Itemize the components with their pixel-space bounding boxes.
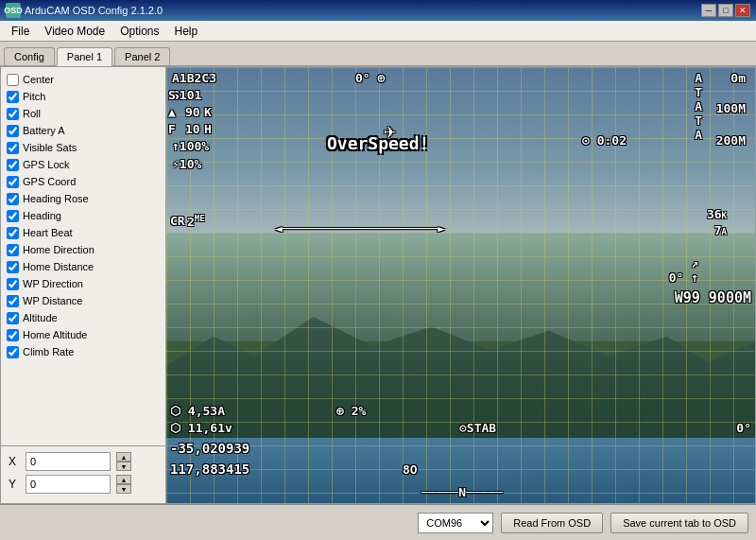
checkbox-label-heading-rose: Heading Rose	[23, 193, 89, 204]
checkbox-home-altitude[interactable]	[7, 329, 19, 341]
tab-panel2[interactable]: Panel 2	[114, 47, 170, 65]
osd-f-label: F	[168, 122, 176, 136]
y-label: Y	[9, 478, 20, 491]
osd-overspeed: OverSpeed!	[327, 133, 429, 153]
tab-config[interactable]: Config	[4, 47, 55, 65]
osd-home-dir: ↗	[691, 256, 698, 270]
checkbox-label-visible-sats: Visible Sats	[23, 142, 77, 153]
checkbox-label-roll: Roll	[23, 108, 41, 119]
title-text: ArduCAM OSD Config 2.1.2.0	[25, 5, 163, 16]
x-decrement[interactable]: ▼	[116, 462, 131, 471]
checkbox-heading[interactable]	[7, 210, 19, 222]
osd-cr-val: 2ME	[187, 214, 205, 229]
checkbox-label-gps-coord: GPS Coord	[23, 176, 76, 187]
checkbox-item-home-direction: Home Direction	[3, 241, 163, 258]
osd-coord1: -35,020939	[170, 441, 249, 456]
checkbox-label-pitch: Pitch	[23, 91, 45, 102]
checkbox-label-climb-rate: Climb Rate	[23, 346, 74, 357]
osd-throttle2: 10	[185, 122, 200, 136]
osd-wp-icon: ⊕ 2%	[336, 404, 366, 418]
checkbox-item-wp-direction: WP Direction	[3, 275, 163, 292]
checkbox-heart-beat[interactable]	[7, 227, 19, 239]
osd-batt-v: ⬡ 11,61v	[170, 421, 232, 435]
menu-help[interactable]: Help	[167, 23, 206, 40]
checkbox-label-battery-a: Battery A	[23, 125, 65, 136]
checkbox-center[interactable]	[7, 74, 19, 86]
x-row: X ▲ ▼	[9, 452, 158, 471]
title-bar: OSD ArduCAM OSD Config 2.1.2.0 ─ □ ✕	[0, 0, 756, 21]
save-to-osd-button[interactable]: Save current tab to OSD	[610, 513, 748, 533]
checkbox-item-home-altitude: Home Altitude	[3, 326, 163, 343]
checkbox-label-home-altitude: Home Altitude	[23, 329, 87, 340]
checkbox-label-wp-direction: WP Direction	[23, 278, 83, 289]
checkbox-item-gps-lock: GPS Lock	[3, 156, 163, 173]
osd-throttle-icon: ▲	[168, 105, 176, 119]
checkbox-item-visible-sats: Visible Sats	[3, 139, 163, 156]
checkbox-item-roll: Roll	[3, 105, 163, 122]
window-controls: ─ □ ✕	[701, 4, 750, 17]
y-increment[interactable]: ▲	[116, 475, 131, 484]
checkbox-label-wp-distance: WP Distance	[23, 295, 82, 306]
y-decrement[interactable]: ▼	[116, 484, 131, 494]
checkbox-climb-rate[interactable]	[7, 346, 19, 358]
menu-video-mode[interactable]: Video Mode	[37, 23, 112, 40]
checkbox-battery-a[interactable]	[7, 125, 19, 137]
title-bar-left: OSD ArduCAM OSD Config 2.1.2.0	[6, 3, 163, 18]
checkbox-gps-coord[interactable]	[7, 176, 19, 188]
checkbox-wp-direction[interactable]	[7, 278, 19, 290]
checkbox-label-heading: Heading	[23, 210, 61, 221]
osd-alt-100: 100M	[716, 101, 746, 115]
app-icon: OSD	[6, 3, 21, 18]
osd-home-deg: 0° ↑	[669, 270, 698, 285]
maximize-button[interactable]: □	[718, 4, 733, 17]
osd-timer: ⊙ 0:02	[582, 133, 627, 148]
x-spinner: ▲ ▼	[116, 452, 131, 471]
osd-batt-a: ⬡ 4,53A	[170, 404, 225, 418]
checkbox-home-direction[interactable]	[7, 244, 19, 256]
x-increment[interactable]: ▲	[116, 452, 131, 462]
osd-horizon-left: ◄─────────────────────►	[275, 221, 445, 235]
checkbox-gps-lock[interactable]	[7, 159, 19, 171]
checkbox-item-climb-rate: Climb Rate	[3, 343, 163, 360]
osd-cr: CR	[170, 214, 185, 228]
xy-fields: X ▲ ▼ Y ▲ ▼	[1, 445, 165, 503]
checkbox-label-home-direction: Home Direction	[23, 244, 94, 255]
checkbox-visible-sats[interactable]	[7, 142, 19, 154]
osd-stab: ⚙STAB	[459, 421, 496, 435]
checkbox-heading-rose[interactable]	[7, 193, 19, 205]
osd-big-alt: W99 9000M	[675, 289, 751, 306]
y-spinner: ▲ ▼	[116, 475, 131, 494]
checkbox-label-altitude: Altitude	[23, 312, 58, 323]
checkbox-wp-distance[interactable]	[7, 295, 19, 307]
checkbox-item-altitude: Altitude	[3, 309, 163, 326]
y-input[interactable]	[26, 475, 111, 494]
checkbox-item-heading: Heading	[3, 207, 163, 224]
osd-alt-200: 200M	[716, 133, 746, 148]
checkbox-item-heading-rose: Heading Rose	[3, 190, 163, 207]
checkbox-item-pitch: Pitch	[3, 88, 163, 105]
osd-coord-icon: 8O	[403, 462, 418, 477]
osd-throttle1: 90	[185, 105, 200, 119]
osd-s-label: S	[168, 88, 176, 102]
osd-display: A1B2C3 S101 90 ▲ 10 F ↑100% ⚡10% 0° ⊕ ✈ …	[166, 67, 755, 503]
menu-file[interactable]: File	[4, 23, 37, 40]
menu-options[interactable]: Options	[112, 23, 166, 40]
checkbox-item-battery-a: Battery A	[3, 122, 163, 139]
osd-overlay: A1B2C3 S101 90 ▲ 10 F ↑100% ⚡10% 0° ⊕ ✈ …	[166, 67, 755, 503]
left-panel: CenterPitchRollBattery AVisible SatsGPS …	[1, 67, 166, 503]
com-select[interactable]: COM96 COM1 COM2 COM4 COM8	[418, 513, 493, 533]
osd-coord2: 117,883415	[170, 462, 249, 477]
read-from-osd-button[interactable]: Read From OSD	[501, 513, 603, 533]
checkbox-roll[interactable]	[7, 108, 19, 120]
tab-panel1[interactable]: Panel 1	[57, 47, 112, 66]
close-button[interactable]: ✕	[735, 4, 750, 17]
osd-pct100: ↑100%	[172, 139, 209, 153]
checkbox-item-center: Center	[3, 71, 163, 88]
checkbox-home-distance[interactable]	[7, 261, 19, 273]
minimize-button[interactable]: ─	[701, 4, 716, 17]
checkbox-altitude[interactable]	[7, 312, 19, 324]
osd-h-label: H	[204, 122, 212, 136]
checkbox-pitch[interactable]	[7, 91, 19, 103]
tab-row: Config Panel 1 Panel 2	[0, 42, 756, 66]
x-input[interactable]	[26, 452, 111, 471]
